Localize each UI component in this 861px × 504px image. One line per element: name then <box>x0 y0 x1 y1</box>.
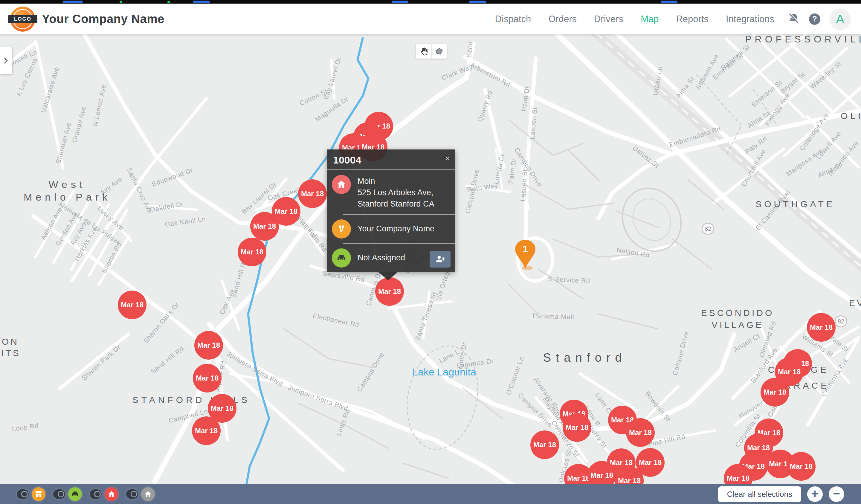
order-cluster-marker[interactable]: Mar 18 <box>563 413 591 442</box>
lake-label: Lake Lagunita <box>412 366 476 378</box>
nav-item-dispatch[interactable]: Dispatch <box>495 14 531 25</box>
order-cluster-marker[interactable]: Mar 18 <box>375 277 404 306</box>
map-draw-tools <box>416 44 447 58</box>
zoom-out-button[interactable]: − <box>829 486 844 502</box>
toggle-knob <box>21 491 28 498</box>
merchant-name: Your Company Name <box>357 219 434 234</box>
browser-tab-fragment <box>193 1 209 3</box>
highway-badge: 82 <box>835 315 847 327</box>
zoom-in-button[interactable]: + <box>807 486 823 502</box>
home-icon[interactable] <box>141 487 155 501</box>
order-cluster-marker[interactable]: Mar 18 <box>238 238 266 266</box>
address-line-2: Stanford Stanford CA <box>357 198 434 209</box>
svg-text:1: 1 <box>523 244 528 254</box>
neighborhood-label: ON <box>2 337 19 347</box>
layer-toggle-group <box>53 487 82 501</box>
order-cluster-marker[interactable]: Mar 18 <box>118 290 147 319</box>
order-cluster-marker[interactable]: Mar 18 <box>787 452 816 481</box>
neighborhood-label: OLI <box>840 111 861 121</box>
nav-item-integrations[interactable]: Integrations <box>726 14 774 25</box>
company-logo: LOGO <box>10 6 35 32</box>
toggle-knob <box>94 491 101 498</box>
browser-tab-fragment <box>469 1 486 3</box>
polygon-icon <box>434 46 444 56</box>
neighborhood-label: SOUTHGATE <box>755 199 835 209</box>
order-cluster-marker[interactable]: Mar 18 <box>250 212 279 241</box>
order-cluster-marker[interactable]: Mar 18 <box>298 179 327 208</box>
layer-toggle-group <box>90 487 118 501</box>
browser-dot <box>120 1 122 3</box>
neighborhood-label: ESCONDIDO <box>701 308 774 318</box>
pan-tool-button[interactable] <box>416 44 432 58</box>
order-cluster-marker[interactable]: Mar 18 <box>192 417 221 445</box>
layer-toggle-group <box>17 487 45 501</box>
home-icon[interactable] <box>105 487 118 501</box>
order-popup: 10004 × Moin 525 Los Arboles Ave, Stanfo… <box>327 149 455 272</box>
nav-item-orders[interactable]: Orders <box>548 14 577 25</box>
assignment-status: Not Assigned <box>357 248 405 263</box>
top-navigation: LOGO Your Company Name DispatchOrdersDri… <box>0 3 861 35</box>
clear-all-selections-button[interactable]: Clear all selections <box>718 486 801 502</box>
neighborhood-label: Menlo Park <box>24 191 111 203</box>
popup-pointer <box>379 272 398 281</box>
neighborhood-label: Stanford <box>543 351 626 364</box>
order-cluster-marker[interactable]: Mar 18 <box>761 378 789 407</box>
layer-toggle-switch[interactable] <box>90 489 102 499</box>
map-bottom-bar: Clear all selections + − <box>0 484 861 504</box>
map[interactable]: Valparaiso AveN Lemon AveOrange AveSherm… <box>0 0 861 504</box>
neighborhood-label: West <box>49 179 86 190</box>
customer-name: Moin <box>357 176 434 187</box>
app-window: Valparaiso AveN Lemon AveOrange AveSherm… <box>0 0 861 504</box>
car-icon[interactable] <box>68 487 82 501</box>
car-icon <box>332 248 351 268</box>
toggle-knob <box>58 491 64 498</box>
address-line-1: 525 Los Arboles Ave, <box>357 187 434 198</box>
store-icon[interactable] <box>32 487 45 501</box>
neighborhood-label: VILLAGE <box>711 320 764 330</box>
company-name: Your Company Name <box>42 12 164 26</box>
browser-chrome-strip <box>0 0 861 3</box>
browser-tab-fragment <box>392 1 408 3</box>
street-label: Panama Mall <box>532 312 574 321</box>
close-icon[interactable]: × <box>445 154 450 163</box>
popup-destination-row: Moin 525 Los Arboles Ave, Stanford Stanf… <box>327 170 455 214</box>
highway-badge: 82 <box>702 223 714 235</box>
chevron-right-icon <box>2 56 10 65</box>
nav-icons: ? A <box>788 8 851 30</box>
order-cluster-marker[interactable]: Mar 18 <box>193 364 221 393</box>
polygon-tool-button[interactable] <box>432 44 447 58</box>
order-cluster-marker[interactable]: Mar 18 <box>626 418 655 447</box>
assign-driver-button[interactable] <box>429 251 451 268</box>
nav-menu: DispatchOrdersDriversMapReportsIntegrati… <box>495 14 774 25</box>
avatar[interactable]: A <box>829 8 851 30</box>
nav-item-map[interactable]: Map <box>641 14 659 25</box>
logo-banner: LOGO <box>8 15 37 23</box>
home-icon <box>332 175 351 194</box>
neighborhood-label: EV <box>849 298 861 308</box>
popup-driver-row: Not Assigned <box>343 243 455 272</box>
notifications-muted-button[interactable] <box>788 12 800 26</box>
order-cluster-marker[interactable]: Mar 18 <box>194 331 223 359</box>
order-cluster-marker[interactable]: Mar 18 <box>807 313 836 342</box>
neighborhood-label: ITS <box>1 348 20 358</box>
browser-dot <box>167 1 170 3</box>
neighborhood-label: PROFESSORVILLE <box>745 34 861 45</box>
help-button[interactable]: ? <box>809 13 820 25</box>
hand-icon <box>419 46 429 56</box>
layer-toggle-switch[interactable] <box>53 489 65 499</box>
person-add-icon <box>434 254 446 265</box>
sidebar-expand-button[interactable] <box>0 47 12 74</box>
nav-item-reports[interactable]: Reports <box>676 14 709 25</box>
popup-merchant-row: Your Company Name <box>343 214 455 243</box>
task-pin[interactable]: 1 <box>514 240 536 271</box>
browser-tab-fragment <box>63 1 83 3</box>
layer-toggle-switch[interactable] <box>17 489 29 499</box>
order-cluster-marker[interactable]: Mar 18 <box>530 431 559 459</box>
bell-slash-icon <box>788 12 800 25</box>
bottom-bar-actions: Clear all selections + − <box>718 486 844 502</box>
nav-item-drivers[interactable]: Drivers <box>594 14 623 25</box>
toggle-knob <box>131 491 137 498</box>
customer-icon <box>332 219 351 239</box>
layer-toggle-group <box>126 487 155 501</box>
layer-toggle-switch[interactable] <box>126 489 138 499</box>
